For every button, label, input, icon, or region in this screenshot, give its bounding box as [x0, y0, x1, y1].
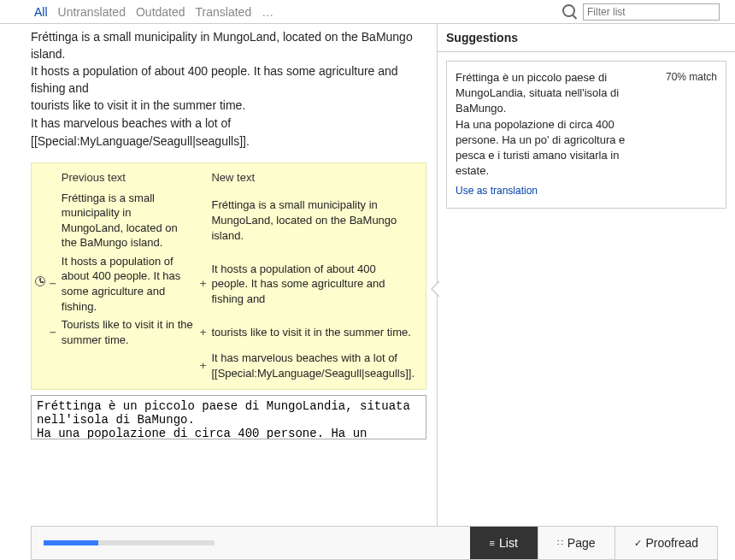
progress-fill: [44, 540, 98, 545]
diff-prev-cell: It hosts a population of about 400 peopl…: [59, 252, 197, 315]
suggestions-header: Suggestions: [438, 24, 735, 52]
diff-prev-cell: Fréttinga is a small municipality in Mun…: [59, 189, 197, 252]
clock-icon: [35, 276, 45, 286]
tab-translated[interactable]: Translated: [196, 5, 252, 19]
diff-new-cell: It hosts a population of about 400 peopl…: [209, 252, 417, 315]
suggestion-text: Fréttinga è un piccolo paese di MungoLan…: [456, 70, 717, 179]
diff-box: Previous text New text Fréttinga is a sm…: [31, 162, 426, 390]
diff-table: Previous text New text Fréttinga is a sm…: [47, 168, 417, 382]
diff-prev-cell: [59, 349, 197, 382]
diff-sign: −: [47, 315, 59, 349]
source-text: Fréttinga is a small municipality in Mun…: [31, 24, 437, 159]
filter-input[interactable]: [583, 3, 720, 21]
page-view-button[interactable]: ∷ Page: [538, 527, 614, 559]
source-line: It has marvelous beaches with a lot of: [31, 115, 421, 133]
diff-sign: +: [197, 315, 209, 349]
diff-sign: [47, 189, 59, 252]
diff-sign: +: [197, 349, 209, 382]
diff-new-cell: tourists like to visit it in the summer …: [209, 315, 417, 349]
source-line: [[Special:MyLanguage/Seagull|seagulls]].: [31, 133, 421, 150]
proofread-label: Proofread: [646, 536, 698, 550]
progress-bar: [44, 540, 215, 545]
diff-sign: −: [47, 252, 59, 315]
filter-tabs: All Untranslated Outdated Translated …: [34, 5, 562, 19]
search-icon[interactable]: [562, 4, 578, 20]
diff-new-cell: Fréttinga is a small municipality in Mun…: [209, 189, 417, 252]
collapse-chevron-icon[interactable]: [431, 280, 444, 294]
suggestion-match: 70% match: [666, 70, 717, 85]
proofread-button[interactable]: ✓ Proofread: [614, 527, 717, 559]
diff-prev-cell: Tourists like to visit it in the summer …: [59, 315, 197, 349]
use-as-translation[interactable]: Use as translation: [456, 184, 538, 198]
diff-header-prev: Previous text: [59, 168, 197, 189]
tab-all[interactable]: All: [34, 5, 48, 19]
list-icon: ≡: [490, 538, 494, 548]
suggestion-card[interactable]: 70% match Fréttinga è un piccolo paese d…: [446, 61, 726, 209]
tab-more[interactable]: …: [262, 5, 273, 19]
list-view-button[interactable]: ≡ List: [470, 527, 538, 559]
list-label: List: [499, 536, 518, 550]
diff-sign: [47, 349, 59, 382]
diff-sign: [197, 189, 209, 252]
page-label: Page: [567, 536, 596, 550]
source-line: It hosts a population of about 400 peopl…: [31, 63, 421, 97]
source-line: tourists like to visit it in the summer …: [31, 97, 421, 115]
tab-untranslated[interactable]: Untranslated: [58, 5, 126, 19]
diff-new-cell: It has marvelous beaches with a lot of […: [209, 349, 417, 382]
grid-icon: ∷: [557, 538, 562, 549]
translation-input[interactable]: [31, 395, 426, 439]
bottom-bar: ≡ List ∷ Page ✓ Proofread: [31, 526, 718, 560]
tab-outdated[interactable]: Outdated: [136, 5, 185, 19]
diff-sign: +: [197, 252, 209, 315]
diff-header-new: New text: [209, 168, 417, 189]
check-icon: ✓: [634, 538, 641, 549]
source-line: Fréttinga is a small municipality in Mun…: [31, 29, 421, 62]
